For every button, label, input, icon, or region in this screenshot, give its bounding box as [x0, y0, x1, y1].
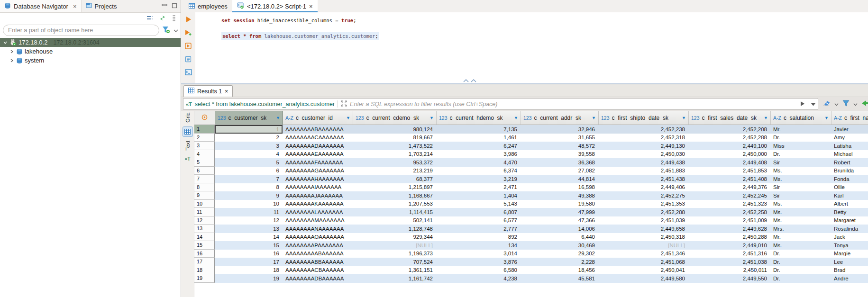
grid-cell[interactable]: 5,143: [436, 200, 521, 208]
grid-cell[interactable]: 2,451,346: [598, 250, 688, 258]
chevron-down-icon[interactable]: [853, 100, 858, 108]
grid-cell[interactable]: 12: [215, 216, 283, 225]
grid-cell[interactable]: 1: [215, 125, 283, 134]
column-header-c_current_cdemo_sk[interactable]: 123c_current_cdemo_sk▼: [353, 111, 437, 125]
grid-cell[interactable]: 2,452,318: [598, 134, 688, 142]
tab-script-1[interactable]: <172.18.0.2> Script-1 ×: [232, 0, 318, 12]
grid-cell[interactable]: Ms.: [770, 175, 831, 183]
editor-code[interactable]: set session hide_inaccessible_columns = …: [195, 12, 868, 83]
column-menu-icon[interactable]: ▼: [514, 116, 518, 120]
row-number[interactable]: 6: [194, 167, 215, 175]
filters-icon[interactable]: [842, 100, 850, 108]
grid-cell[interactable]: AAAAAAAAHAAAAAAA: [283, 175, 353, 183]
close-icon[interactable]: ×: [73, 3, 77, 10]
grid-cell[interactable]: 1,461: [436, 134, 521, 142]
grid-cell[interactable]: AAAAAAAABBAAAAAA: [283, 258, 353, 266]
grid-cell[interactable]: 16: [215, 250, 283, 258]
grid-cell[interactable]: 6,807: [436, 208, 521, 216]
column-header-c_first_sales_date_sk[interactable]: 123c_first_sales_date_sk▼: [689, 111, 771, 125]
link-with-editor-icon[interactable]: [159, 15, 166, 22]
grid-cell[interactable]: 1,703,214: [353, 150, 436, 159]
column-header-c_first_name[interactable]: A-Zc_first_name▼: [831, 111, 868, 125]
grid-cell[interactable]: Dr.: [770, 266, 831, 275]
grid-cell[interactable]: 3,014: [436, 250, 521, 258]
grid-cell[interactable]: 7,135: [436, 125, 521, 134]
grid-cell[interactable]: Dr.: [770, 274, 831, 283]
grid-cell[interactable]: Sir: [770, 191, 831, 200]
grid-cell[interactable]: 48,572: [521, 142, 598, 150]
grid-cell[interactable]: AAAAAAAADBAAAAAA: [283, 274, 353, 283]
execute-script-button[interactable]: [185, 43, 192, 51]
tab-database-navigator[interactable]: Database Navigator ×: [0, 0, 82, 12]
column-header-c_first_shipto_date_sk[interactable]: 123c_first_shipto_date_sk▼: [599, 111, 689, 125]
row-number[interactable]: 8: [194, 183, 215, 192]
grid-cell[interactable]: 18: [215, 266, 283, 275]
grid-cell[interactable]: 134: [436, 241, 521, 250]
erase-filter-icon[interactable]: [822, 100, 831, 108]
grid-cell[interactable]: Brunilda: [831, 167, 868, 175]
tree-item-172-18-0-2[interactable]: 172.18.0.2172.18.0.2:31604: [0, 38, 181, 47]
grid-cell[interactable]: 45,581: [521, 274, 598, 283]
column-menu-icon[interactable]: ▼: [592, 116, 596, 120]
grid-cell[interactable]: 2,452,208: [688, 125, 770, 134]
grid-cell[interactable]: 2,450,288: [688, 233, 770, 242]
tree-item-system[interactable]: system: [0, 56, 181, 65]
grid-cell[interactable]: 1,473,522: [353, 142, 436, 150]
grid-cell[interactable]: Michael: [831, 150, 868, 159]
grid-cell[interactable]: Ollie: [831, 183, 868, 192]
grid-cell[interactable]: AAAAAAAAGAAAAAAA: [283, 167, 353, 175]
grid-cell[interactable]: AAAAAAAANAAAAAAA: [283, 225, 353, 233]
grid-cell[interactable]: 19,580: [521, 200, 598, 208]
grid-cell[interactable]: 2,452,275: [598, 191, 688, 200]
grid-cell[interactable]: 2,452,245: [688, 191, 770, 200]
column-menu-icon[interactable]: ▼: [429, 116, 434, 120]
grid-cell[interactable]: Andre: [831, 274, 868, 283]
grid-cell[interactable]: Karl: [831, 191, 868, 200]
collapse-all-icon[interactable]: [146, 15, 153, 22]
grid-cell[interactable]: 1,161,742: [353, 274, 436, 283]
grid-cell[interactable]: Sir: [770, 183, 831, 192]
grid-cell[interactable]: Dr.: [770, 250, 831, 258]
grid-cell[interactable]: 2,777: [436, 225, 521, 233]
grid-cell[interactable]: Mrs.: [770, 225, 831, 233]
grid-cell[interactable]: 6,247: [436, 142, 521, 150]
grid-cell[interactable]: 17: [215, 258, 283, 266]
minimize-view-icon[interactable]: [162, 3, 167, 10]
grid-cell[interactable]: 1,114,415: [353, 208, 436, 216]
tree-item-lakehouse[interactable]: lakehouse: [0, 47, 181, 56]
grid-cell[interactable]: Ms.: [770, 241, 831, 250]
grid-cell[interactable]: Dr.: [770, 134, 831, 142]
grid-cell[interactable]: 14: [215, 233, 283, 242]
grid-cell[interactable]: AAAAAAAAPAAAAAAA: [283, 241, 353, 250]
chevron-down-icon[interactable]: [2, 40, 9, 45]
grid-cell[interactable]: Fonda: [831, 175, 868, 183]
grid-cell[interactable]: 30,469: [521, 241, 598, 250]
execute-in-new-tab-button[interactable]: [185, 29, 192, 37]
row-number[interactable]: 14: [194, 233, 215, 242]
column-menu-icon[interactable]: ▼: [764, 116, 768, 120]
grid-cell[interactable]: 29,302: [521, 250, 598, 258]
grid-cell[interactable]: 2,451,438: [598, 175, 688, 183]
grid-cell[interactable]: 2,451,853: [688, 167, 770, 175]
grid-cell[interactable]: 32,946: [521, 125, 598, 134]
grid-cell[interactable]: Dr.: [770, 258, 831, 266]
grid-cell[interactable]: Betty: [831, 208, 868, 216]
tab-projects[interactable]: Projects: [82, 0, 121, 12]
row-number[interactable]: 18: [194, 266, 215, 275]
grid-cell[interactable]: 2,451,883: [598, 167, 688, 175]
grid-cell[interactable]: Dr.: [770, 150, 831, 159]
grid-cell[interactable]: AAAAAAAAIAAAAAAA: [283, 183, 353, 192]
grid-cell[interactable]: Ms.: [770, 200, 831, 208]
grid-cell[interactable]: 3,219: [436, 175, 521, 183]
object-filter-input[interactable]: [3, 25, 159, 36]
grid-cell[interactable]: 2,449,408: [688, 158, 770, 167]
grid-cell[interactable]: Mr.: [770, 125, 831, 134]
grid-cell[interactable]: Jack: [831, 233, 868, 242]
grid-cell[interactable]: Ms.: [770, 216, 831, 225]
sql-statement-line[interactable]: select * from lakehouse.customer_analyti…: [221, 32, 379, 40]
grid-cell[interactable]: 2,449,550: [688, 274, 770, 283]
grid-cell[interactable]: Sir: [770, 158, 831, 167]
grid-cell[interactable]: 6,580: [436, 266, 521, 275]
grid-cell[interactable]: 2,450,011: [688, 266, 770, 275]
grid-cell[interactable]: 27,082: [521, 167, 598, 175]
